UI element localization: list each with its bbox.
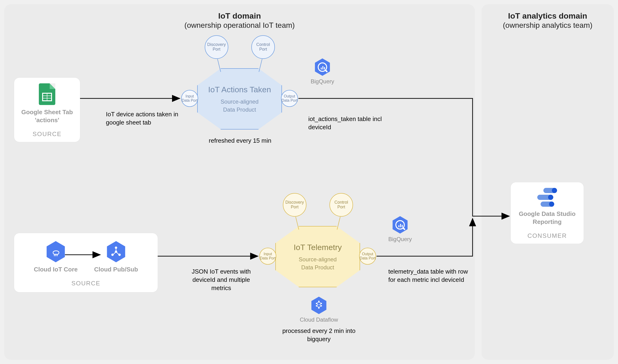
cloud-pubsub-icon bbox=[105, 241, 127, 262]
iot-core-label: Cloud IoT Core bbox=[34, 266, 78, 273]
dataflow-note: processed every 2 min into bigquery bbox=[280, 327, 358, 343]
analytics-domain-title: IoT analytics domain bbox=[481, 11, 614, 21]
iot-domain-box: IoT domain (ownership operational IoT te… bbox=[4, 4, 475, 360]
cloud-dataflow-icon bbox=[310, 297, 328, 314]
iot-actions-title: IoT Actions Taken bbox=[208, 85, 271, 94]
telemetry-input-port: Input Data Port bbox=[259, 248, 276, 265]
telemetry-output-port: Output Data Port bbox=[359, 248, 376, 265]
annotation-sheet-actions: IoT device actions taken in google sheet… bbox=[106, 110, 184, 127]
telemetry-control-port: Control Port bbox=[329, 193, 353, 217]
analytics-domain-box: IoT analytics domain (ownership analytic… bbox=[481, 4, 614, 360]
annotation-telemetry-table: telemetry_data table with row for each m… bbox=[388, 267, 468, 284]
sheets-role: SOURCE bbox=[19, 130, 75, 138]
source-iot-pubsub-card: Cloud IoT Core Cloud Pub/Sub SOURCE bbox=[14, 233, 158, 292]
bigquery-icon bbox=[314, 58, 331, 76]
actions-refresh-note: refreshed every 15 min bbox=[205, 137, 275, 145]
svg-point-6 bbox=[318, 301, 320, 302]
sheets-label: Google Sheet Tab 'actions' bbox=[19, 108, 75, 124]
consumer-data-studio-card: Google Data Studio Reporting CONSUMER bbox=[511, 182, 584, 244]
iot-actions-line1: Source-aligned bbox=[220, 98, 258, 105]
annotation-actions-table: iot_actions_taken table incl deviceId bbox=[308, 115, 386, 131]
iot-telemetry-product: IoT Telemetry Source-aligned Data Produc… bbox=[275, 226, 360, 287]
cloud-dataflow-icon-group: Cloud Dataflow bbox=[294, 297, 344, 323]
bigquery-label-1: BigQuery bbox=[311, 78, 334, 85]
svg-point-7 bbox=[318, 307, 320, 309]
dataflow-label: Cloud Dataflow bbox=[294, 316, 344, 323]
annotation-json-events: JSON IoT events with deviceId and multip… bbox=[186, 267, 257, 292]
iot-actions-octagon: IoT Actions Taken Source-aligned Data Pr… bbox=[197, 68, 282, 130]
consumer-role: CONSUMER bbox=[515, 232, 579, 239]
source-google-sheets-card: Google Sheet Tab 'actions' SOURCE bbox=[14, 78, 80, 142]
iot-domain-subtitle: (ownership operational IoT team) bbox=[4, 21, 475, 30]
svg-line-5 bbox=[116, 252, 119, 255]
bigquery-icon-2 bbox=[391, 216, 409, 234]
cloud-iot-core-icon bbox=[45, 241, 66, 262]
data-studio-icon bbox=[535, 188, 559, 207]
pubsub-label: Cloud Pub/Sub bbox=[94, 266, 138, 273]
actions-discovery-port: Discovery Port bbox=[205, 35, 228, 59]
iot-actions-line2: Data Product bbox=[223, 106, 256, 113]
bigquery-telemetry-icon-group: BigQuery bbox=[388, 216, 412, 243]
bigquery-label-2: BigQuery bbox=[388, 236, 412, 243]
google-sheets-icon bbox=[39, 83, 55, 105]
telemetry-line1: Source-aligned bbox=[299, 256, 336, 263]
consumer-label: Google Data Studio Reporting bbox=[515, 210, 579, 226]
telemetry-line2: Data Product bbox=[301, 264, 334, 271]
svg-line-4 bbox=[113, 252, 116, 255]
iot-source-role: SOURCE bbox=[21, 280, 151, 287]
iot-domain-title: IoT domain bbox=[4, 11, 475, 21]
bigquery-actions-icon-group: BigQuery bbox=[311, 58, 334, 85]
iot-telemetry-octagon: IoT Telemetry Source-aligned Data Produc… bbox=[275, 226, 360, 287]
analytics-domain-subtitle: (ownership analytics team) bbox=[481, 21, 614, 30]
iot-actions-product: IoT Actions Taken Source-aligned Data Pr… bbox=[197, 68, 282, 130]
actions-control-port: Control Port bbox=[251, 35, 275, 59]
telemetry-discovery-port: Discovery Port bbox=[283, 193, 306, 217]
telemetry-title: IoT Telemetry bbox=[294, 243, 342, 252]
actions-output-port: Output Data Port bbox=[281, 90, 298, 107]
actions-input-port: Input Data Port bbox=[181, 90, 198, 107]
